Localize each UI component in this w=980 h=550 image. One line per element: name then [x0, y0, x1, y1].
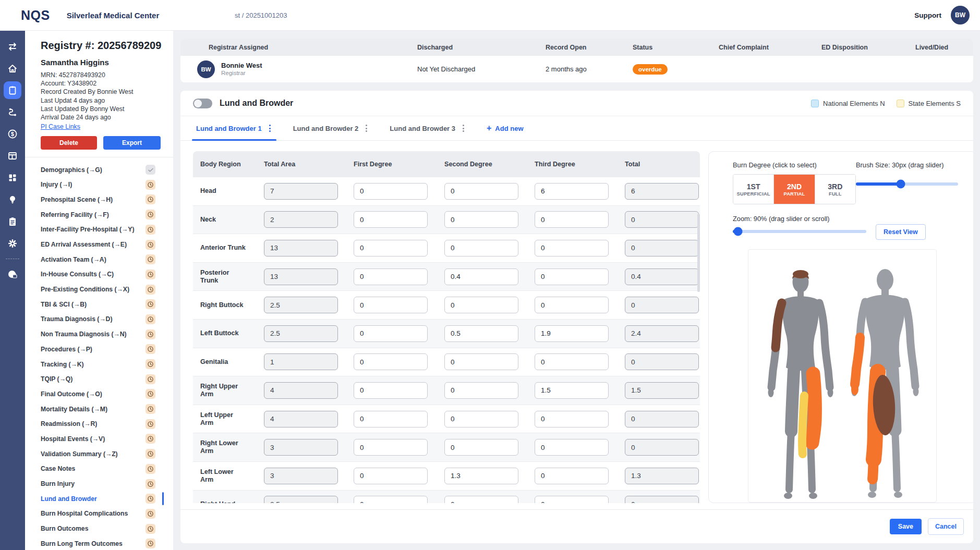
tab-menu-dots-icon[interactable] [268, 123, 272, 133]
right-hand-first-input[interactable] [354, 496, 428, 503]
right-lower-arm-first-input[interactable] [354, 439, 428, 456]
zoom-slider[interactable] [733, 230, 866, 233]
left-lower-arm-first-input[interactable] [354, 468, 428, 484]
right-lower-arm-third-input[interactable] [535, 439, 609, 456]
tab-lund-and-browder-2[interactable]: Lund and Browder 2 [290, 116, 372, 140]
sidebar-item-validation-summary-z[interactable]: Validation Summary (→Z) [41, 446, 173, 461]
sidebar-item-pre-existing-conditions-x[interactable]: Pre-Existing Conditions (→X) [41, 282, 173, 297]
save-button[interactable]: Save [890, 519, 922, 534]
sidebar-item-tracking-k[interactable]: Tracking (→K) [41, 357, 173, 372]
right-upper-arm-second-input[interactable] [444, 382, 518, 399]
head-first-input[interactable] [354, 183, 428, 200]
genitalia-second-input[interactable] [444, 353, 518, 370]
legend-checkbox[interactable] [897, 100, 904, 107]
neck-third-input[interactable] [535, 211, 609, 228]
posterior-trunk-second-input[interactable] [444, 268, 518, 285]
right-upper-arm-third-input[interactable] [535, 382, 609, 399]
right-buttock-second-input[interactable] [444, 297, 518, 313]
table-scrollbar[interactable] [697, 214, 700, 292]
sidebar-item-burn-long-term-outcomes[interactable]: Burn Long Term Outcomes [41, 536, 173, 550]
lund-browder-toggle[interactable] [193, 99, 212, 108]
rail-item-idea-bulb[interactable] [4, 191, 21, 209]
left-upper-arm-first-input[interactable] [354, 411, 428, 427]
sidebar-item-referring-facility-f[interactable]: Referring Facility (→F) [41, 207, 173, 222]
sidebar-item-non-trauma-diagnosis-n[interactable]: Non Trauma Diagnosis (→N) [41, 327, 173, 342]
brush-slider-thumb[interactable] [897, 180, 905, 189]
head-third-input[interactable] [535, 183, 609, 200]
sidebar-item-burn-hospital-complications[interactable]: Burn Hospital Complications [41, 506, 173, 521]
sidebar-item-ed-arrival-assessment-e[interactable]: ED Arrival Assessment (→E) [41, 237, 173, 252]
right-hand-third-input[interactable] [535, 496, 609, 503]
rail-item-transfer-arrows[interactable] [4, 38, 21, 55]
sidebar-item-trauma-diagnosis-d[interactable]: Trauma Diagnosis (→D) [41, 312, 173, 327]
sidebar-item-case-notes[interactable]: Case Notes [41, 461, 173, 476]
sidebar-item-hospital-events-v[interactable]: Hospital Events (→V) [41, 432, 173, 447]
left-upper-arm-second-input[interactable] [444, 411, 518, 427]
sidebar-item-readmission-r[interactable]: Readmission (→R) [41, 417, 173, 432]
sidebar-item-final-outcome-o[interactable]: Final Outcome (→O) [41, 387, 173, 402]
sidebar-item-lund-and-browder[interactable]: Lund and Browder [41, 491, 173, 506]
rail-item-billing-dollar[interactable]: $ [4, 125, 21, 143]
left-lower-arm-second-input[interactable] [444, 468, 518, 484]
sidebar-item-activation-team-a[interactable]: Activation Team (→A) [41, 252, 173, 267]
rail-item-summary-card[interactable] [4, 147, 21, 165]
rail-item-tasks[interactable] [4, 213, 21, 230]
cancel-button[interactable]: Cancel [928, 518, 964, 535]
left-buttock-third-input[interactable] [535, 325, 609, 342]
tab-lund-and-browder-1[interactable]: Lund and Browder 1 [193, 116, 275, 140]
rail-item-settings-gear[interactable] [4, 235, 21, 252]
head-second-input[interactable] [444, 183, 518, 200]
sidebar-item-burn-injury[interactable]: Burn Injury [41, 476, 173, 492]
sidebar-item-tqip-q[interactable]: TQIP (→Q) [41, 372, 173, 387]
degree-button-1st[interactable]: 1STSUPERFICIAL [733, 175, 774, 204]
tab-lund-and-browder-3[interactable]: Lund and Browder 3 [386, 116, 469, 140]
sidebar-item-inter-facility-pre-hospital-y[interactable]: Inter-Facility Pre-Hospital (→Y) [41, 222, 173, 237]
legend-checkbox[interactable] [811, 100, 819, 107]
support-link[interactable]: Support [914, 11, 941, 19]
neck-first-input[interactable] [354, 211, 428, 228]
tab-menu-dots-icon[interactable] [364, 123, 369, 133]
left-buttock-first-input[interactable] [354, 325, 428, 342]
rail-item-home[interactable] [4, 59, 21, 77]
anterior-trunk-first-input[interactable] [354, 240, 428, 256]
left-upper-arm-third-input[interactable] [535, 411, 609, 427]
export-button[interactable]: Export [103, 136, 161, 150]
sidebar-item-prehospital-scene-h[interactable]: Prehospital Scene (→H) [41, 192, 173, 207]
sidebar-item-mortality-details-m[interactable]: Mortality Details (→M) [41, 401, 173, 417]
user-avatar[interactable]: BW [951, 6, 970, 25]
zoom-slider-thumb[interactable] [734, 227, 743, 236]
right-buttock-first-input[interactable] [354, 297, 428, 313]
sidebar-item-tbi-sci-b[interactable]: TBI & SCI (→B) [41, 297, 173, 312]
neck-second-input[interactable] [444, 211, 518, 228]
sidebar-item-injury-i[interactable]: Injury (→I) [41, 177, 173, 192]
rail-item-route[interactable] [4, 103, 21, 121]
genitalia-first-input[interactable] [354, 353, 428, 370]
anterior-trunk-second-input[interactable] [444, 240, 518, 256]
rail-item-clipboard[interactable] [4, 81, 21, 99]
anterior-trunk-third-input[interactable] [535, 240, 609, 256]
right-upper-arm-first-input[interactable] [354, 382, 428, 399]
degree-button-3rd[interactable]: 3RDFULL [815, 175, 855, 204]
right-lower-arm-second-input[interactable] [444, 439, 518, 456]
posterior-trunk-first-input[interactable] [354, 268, 428, 285]
sidebar-item-burn-outcomes[interactable]: Burn Outcomes [41, 521, 173, 536]
sidebar-item-in-house-consults-c[interactable]: In-House Consults (→C) [41, 267, 173, 282]
sidebar-item-demographics-g[interactable]: Demographics (→G) [41, 162, 173, 177]
pi-case-links[interactable]: PI Case Links [41, 123, 80, 130]
genitalia-third-input[interactable] [535, 353, 609, 370]
right-hand-second-input[interactable] [444, 496, 518, 503]
posterior-trunk-third-input[interactable] [535, 268, 609, 285]
delete-button[interactable]: Delete [41, 136, 97, 150]
rail-item-account-lock[interactable] [4, 265, 21, 283]
tab-menu-dots-icon[interactable] [461, 123, 466, 133]
brush-size-slider[interactable] [856, 182, 958, 186]
degree-button-2nd[interactable]: 2NDPARTIAL [774, 175, 815, 204]
rail-item-dashboard[interactable] [4, 169, 21, 187]
sidebar-item-procedures-p[interactable]: Procedures (→P) [41, 341, 173, 357]
body-diagram[interactable] [748, 249, 937, 503]
left-buttock-second-input[interactable] [444, 325, 518, 342]
left-lower-arm-third-input[interactable] [535, 468, 609, 484]
reset-view-button[interactable]: Reset View [876, 224, 926, 240]
right-buttock-third-input[interactable] [535, 297, 609, 313]
add-new-tab-button[interactable]: +Add new [483, 116, 527, 140]
